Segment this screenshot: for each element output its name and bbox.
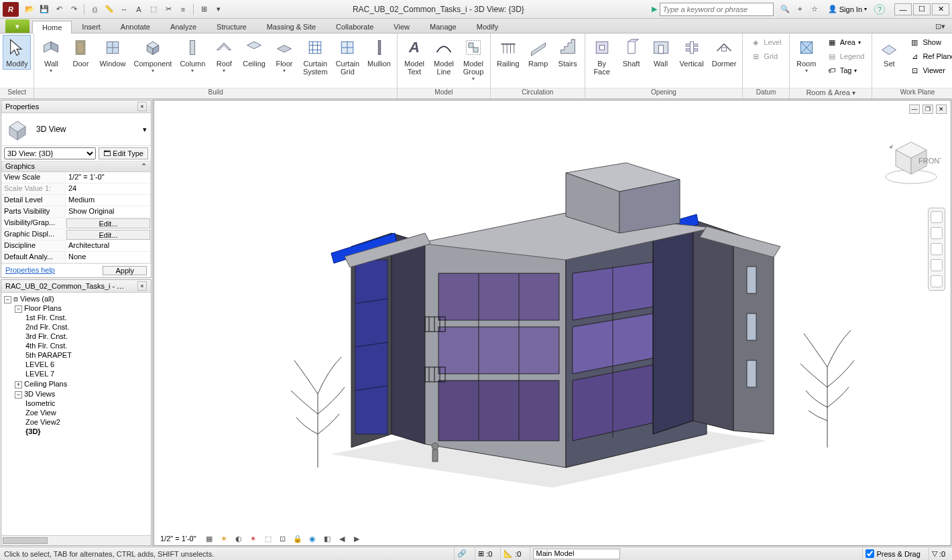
area-button[interactable]: ▦Area▾ bbox=[823, 36, 868, 49]
category-header[interactable]: Graphics⌃ bbox=[1, 161, 151, 172]
editable-only-icon[interactable]: ⊞ :0 bbox=[475, 547, 495, 560]
model-graphics-icon[interactable]: ▦ bbox=[204, 533, 215, 544]
ceiling-button[interactable]: Ceiling bbox=[239, 35, 269, 70]
steering-wheel-icon[interactable] bbox=[931, 211, 943, 223]
window-button[interactable]: Window bbox=[96, 35, 129, 70]
curtain-grid-button[interactable]: Curtain Grid bbox=[333, 35, 363, 78]
prop-value[interactable]: None bbox=[66, 252, 151, 263]
collapse-icon[interactable]: − bbox=[4, 296, 11, 303]
tag-button[interactable]: 🏷Tag▾ bbox=[823, 64, 868, 77]
panel-settings-icon[interactable]: ⊡▾ bbox=[933, 19, 947, 33]
text-icon[interactable]: A bbox=[132, 3, 145, 16]
show-button[interactable]: ▥Show bbox=[906, 36, 952, 49]
edit-type-button[interactable]: 🗔Edit Type bbox=[99, 147, 148, 159]
model-line-button[interactable]: Model Line bbox=[430, 35, 458, 78]
dimension-icon[interactable]: ↔ bbox=[117, 3, 131, 16]
main-model-selector[interactable]: Main Model bbox=[533, 549, 620, 559]
shaft-button[interactable]: Shaft bbox=[617, 35, 646, 70]
set-button[interactable]: Set bbox=[875, 35, 903, 70]
tab-insert[interactable]: Insert bbox=[72, 20, 111, 33]
press-drag-toggle[interactable]: Press & Drag bbox=[862, 547, 923, 560]
chevron-down-icon[interactable]: ▾ bbox=[143, 125, 147, 134]
tab-massing[interactable]: Massing & Site bbox=[257, 20, 326, 33]
lock-icon[interactable]: 🔒 bbox=[292, 533, 303, 544]
open-icon[interactable]: 📂 bbox=[23, 3, 36, 16]
component-button[interactable]: Component▾ bbox=[131, 35, 176, 76]
maximize-button[interactable]: ☐ bbox=[913, 3, 931, 15]
search-play-icon[interactable]: ▶ bbox=[652, 5, 657, 13]
undo-icon[interactable]: ↶ bbox=[52, 3, 66, 16]
prop-value[interactable]: Edit... bbox=[66, 218, 150, 228]
browser-close-icon[interactable]: × bbox=[137, 281, 147, 291]
redo-icon[interactable]: ↷ bbox=[67, 3, 80, 16]
orbit-icon[interactable] bbox=[931, 259, 943, 271]
tree-item[interactable]: 2nd Flr. Cnst. bbox=[25, 322, 150, 332]
tree-item[interactable]: Zoe View2 bbox=[25, 417, 150, 427]
filter-icon[interactable]: ▽:0 bbox=[929, 547, 948, 560]
thin-lines-icon[interactable]: ≡ bbox=[176, 3, 190, 16]
app-logo[interactable]: R bbox=[3, 2, 19, 17]
tab-home[interactable]: Home bbox=[32, 21, 72, 33]
mullion-button[interactable]: Mullion bbox=[364, 35, 394, 70]
minimize-button[interactable]: — bbox=[894, 3, 912, 15]
search-input[interactable] bbox=[660, 3, 774, 16]
tree-item[interactable]: Isometric bbox=[25, 399, 150, 408]
group-label-room[interactable]: Room & Area ▾ bbox=[790, 88, 872, 98]
close-button[interactable]: ✕ bbox=[932, 3, 949, 15]
design-options-icon[interactable]: 📐 :0 bbox=[500, 547, 524, 560]
close-hidden-icon[interactable]: ⊞ bbox=[197, 3, 211, 16]
tab-view[interactable]: View bbox=[383, 20, 420, 33]
worksets-icon[interactable]: 🔗 bbox=[454, 547, 469, 560]
zoom-icon[interactable] bbox=[931, 243, 943, 255]
tab-annotate[interactable]: Annotate bbox=[111, 20, 160, 33]
model-group-button[interactable]: Model Group▾ bbox=[459, 35, 487, 84]
app-menu-button[interactable]: ▾ bbox=[5, 19, 29, 33]
properties-help-link[interactable]: Properties help bbox=[5, 266, 55, 275]
stairs-button[interactable]: Stairs bbox=[554, 35, 582, 70]
prop-value[interactable]: Show Original bbox=[66, 206, 151, 218]
wall-opening-button[interactable]: Wall bbox=[647, 35, 675, 70]
curtain-system-button[interactable]: Curtain System bbox=[300, 35, 331, 78]
tab-collaborate[interactable]: Collaborate bbox=[326, 20, 383, 33]
railing-button[interactable]: Railing bbox=[493, 35, 523, 70]
tree-3d-views[interactable]: 3D Views bbox=[24, 390, 55, 398]
help-icon[interactable]: ? bbox=[874, 4, 885, 15]
shadows-icon[interactable]: ◐ bbox=[233, 533, 244, 544]
tab-modify[interactable]: Modify bbox=[467, 20, 508, 33]
door-button[interactable]: Door bbox=[66, 35, 95, 70]
ramp-button[interactable]: Ramp bbox=[524, 35, 552, 70]
vertical-button[interactable]: Vertical bbox=[676, 35, 707, 70]
viewer-button[interactable]: ⊡Viewer bbox=[906, 64, 952, 77]
tab-structure[interactable]: Structure bbox=[206, 20, 257, 33]
measure-icon[interactable]: 📏 bbox=[103, 3, 116, 16]
model-text-button[interactable]: AModel Text bbox=[400, 35, 428, 78]
column-button[interactable]: Column▾ bbox=[176, 35, 209, 76]
crop-visible-icon[interactable]: ⊡ bbox=[278, 533, 288, 544]
render-icon[interactable]: ✶ bbox=[248, 533, 259, 544]
section-icon[interactable]: ✂ bbox=[162, 3, 175, 16]
collapse-icon[interactable]: − bbox=[15, 305, 22, 313]
signin-button[interactable]: 👤 Sign In ▾ bbox=[823, 4, 872, 14]
wall-button[interactable]: Wall▾ bbox=[37, 35, 65, 76]
byface-button[interactable]: By Face bbox=[588, 35, 616, 78]
reveal-icon[interactable]: ◧ bbox=[322, 533, 333, 544]
crop-icon[interactable]: ⬚ bbox=[263, 533, 274, 544]
dormer-button[interactable]: Dormer bbox=[709, 35, 740, 70]
modify-button[interactable]: Modify bbox=[3, 35, 31, 70]
tree-item[interactable]: Zoe View bbox=[25, 408, 150, 417]
view-minimize-icon[interactable]: — bbox=[909, 104, 920, 114]
instance-selector[interactable]: 3D View: {3D} bbox=[4, 147, 96, 159]
sun-icon[interactable]: ☀ bbox=[219, 533, 229, 544]
tree-item[interactable]: LEVEL 6 bbox=[25, 360, 150, 369]
tree-item[interactable]: 5th PARAPET bbox=[25, 350, 150, 360]
tab-manage[interactable]: Manage bbox=[420, 20, 467, 33]
tree-floor-plans[interactable]: Floor Plans bbox=[24, 304, 62, 312]
prop-value[interactable]: 24 bbox=[66, 184, 151, 195]
prop-value[interactable]: Medium bbox=[66, 195, 151, 206]
refplane-button[interactable]: ⊿Ref Plane bbox=[906, 50, 952, 63]
prop-value[interactable]: Architectural bbox=[66, 240, 151, 252]
tree-ceiling-plans[interactable]: Ceiling Plans bbox=[24, 380, 67, 388]
grid-button[interactable]: ⊞Grid bbox=[747, 50, 784, 63]
legend-button[interactable]: ▤Legend bbox=[823, 50, 868, 63]
binoculars-icon[interactable]: 🔍 bbox=[779, 3, 791, 16]
